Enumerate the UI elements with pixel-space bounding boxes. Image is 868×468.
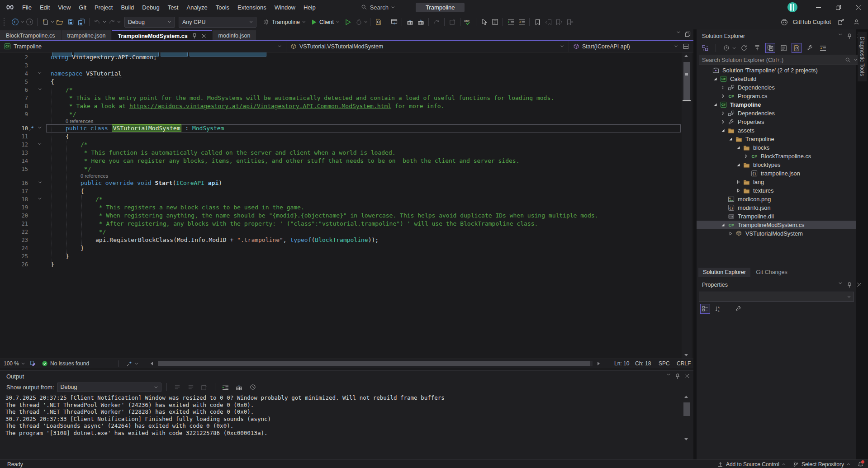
editor-horizontal-scrollbar[interactable]: [158, 361, 593, 366]
autoscroll-icon[interactable]: [234, 382, 245, 392]
indent-button[interactable]: [505, 17, 516, 28]
tree-item-assets[interactable]: assets: [697, 126, 856, 135]
menu-help[interactable]: Help: [299, 0, 320, 14]
fold-chevron-icon[interactable]: [38, 181, 42, 184]
close-button[interactable]: [848, 0, 868, 14]
code-line-5[interactable]: 5{: [0, 78, 693, 86]
hot-reload-dropdown[interactable]: [364, 21, 368, 23]
tree-item-trampolinemodsystem.cs[interactable]: C#TrampolineModSystem.cs: [697, 221, 856, 229]
expanded-arrow-icon[interactable]: [721, 128, 726, 132]
step-over-button[interactable]: [415, 17, 426, 28]
refresh-icon[interactable]: [778, 43, 788, 53]
fold-chevron-icon[interactable]: [38, 143, 42, 145]
float-window-icon[interactable]: [685, 31, 691, 37]
code-line-7[interactable]: 7 * This is the entry point for the mod.…: [0, 94, 693, 102]
tree-item-blocks[interactable]: blocks: [697, 143, 856, 152]
tree-item-trampoline[interactable]: Trampoline: [697, 135, 856, 143]
navigate-back-dropdown[interactable]: [20, 21, 24, 23]
code-line-20[interactable]: 20 * When registering anything, the name…: [0, 212, 693, 220]
spell-check-button[interactable]: abc: [463, 17, 474, 28]
expanded-arrow-icon[interactable]: [713, 77, 719, 81]
scroll-right-arrow[interactable]: [597, 361, 600, 366]
notifications-bell[interactable]: [858, 461, 863, 468]
account-avatar[interactable]: [787, 2, 797, 12]
collapsed-arrow-icon[interactable]: [729, 232, 734, 236]
tree-item-blocktrampoline.cs[interactable]: C#BlockTrampoline.cs: [697, 152, 856, 161]
editor-vertical-scrollbar[interactable]: [682, 52, 692, 359]
code-line-11[interactable]: 11{: [0, 132, 693, 141]
save-button[interactable]: [65, 17, 76, 28]
tree-item-vstutorialmodsystem[interactable]: VSTutorialModSystem: [697, 229, 856, 238]
scroll-left-arrow[interactable]: [150, 361, 153, 366]
document-tab-trampoline.json[interactable]: trampoline.json: [62, 30, 112, 41]
collapse-all-icon[interactable]: [752, 43, 762, 53]
menu-file[interactable]: File: [18, 0, 36, 14]
code-line-26[interactable]: 26}: [0, 260, 693, 269]
select-repository-button[interactable]: Select Repository: [793, 461, 850, 468]
start-without-debug-button[interactable]: [342, 17, 353, 28]
sync-namespaces-button[interactable]: [389, 17, 399, 28]
menu-test[interactable]: Test: [164, 0, 183, 14]
scrollbar-thumb[interactable]: [683, 62, 690, 101]
code-line-15[interactable]: 15 */: [0, 165, 693, 173]
minimize-button[interactable]: [808, 0, 828, 14]
properties-object-combo[interactable]: [699, 292, 854, 302]
step-into-button[interactable]: [404, 17, 415, 28]
collapsed-arrow-icon[interactable]: [744, 154, 749, 158]
window-position-dropdown[interactable]: [839, 282, 842, 288]
code-line-21[interactable]: 21 * After registering, any blocks with …: [0, 220, 693, 228]
tree-item-program.cs[interactable]: C#Program.cs: [697, 92, 856, 100]
attach-process-button[interactable]: [431, 17, 442, 28]
startup-project-dropdown[interactable]: Trampoline: [260, 17, 308, 28]
alphabetical-icon[interactable]: AZ: [713, 304, 723, 314]
menu-window[interactable]: Window: [270, 0, 299, 14]
menu-debug[interactable]: Debug: [138, 0, 163, 14]
codelens-references[interactable]: 0 references: [81, 173, 108, 179]
cancel-build-button[interactable]: [447, 17, 458, 28]
scroll-down-arrow[interactable]: [684, 438, 688, 441]
search-icon[interactable]: [845, 57, 851, 63]
tree-item-lang[interactable]: lang: [697, 178, 856, 186]
property-pages-icon[interactable]: [733, 304, 743, 314]
window-position-dropdown[interactable]: [667, 373, 670, 379]
new-project-button[interactable]: [40, 17, 51, 28]
code-line-19[interactable]: 19 * This registers a new block class to…: [0, 203, 693, 212]
output-console[interactable]: 30.7.2025 20:37:25 [Client Notification]…: [0, 394, 681, 442]
code-line-6[interactable]: 6/*: [0, 86, 693, 94]
health-indicator-icon[interactable]: [28, 358, 38, 369]
share-feedback-icon[interactable]: [835, 17, 846, 28]
expanded-arrow-icon[interactable]: [713, 103, 719, 107]
menu-extensions[interactable]: Extensions: [233, 0, 270, 14]
breadcrumb-project[interactable]: C# Trampoline: [0, 41, 286, 52]
breadcrumb-type[interactable]: VSTutorial.VSTutorialModSystem: [286, 41, 569, 52]
collapsed-arrow-icon[interactable]: [736, 189, 742, 193]
maximize-button[interactable]: [828, 0, 848, 14]
expanded-arrow-icon[interactable]: [721, 223, 726, 227]
code-line-18[interactable]: 18/*: [0, 195, 693, 203]
show-all-files-icon[interactable]: [765, 43, 775, 53]
clear-bookmarks-button[interactable]: [564, 17, 575, 28]
tree-item-blocktypes[interactable]: blocktypes: [697, 161, 856, 169]
scroll-up-arrow[interactable]: [684, 395, 688, 398]
document-well-dropdown[interactable]: [677, 31, 680, 37]
output-vertical-scrollbar[interactable]: [682, 394, 692, 442]
code-line-25[interactable]: 25}: [0, 252, 693, 260]
collapsed-arrow-icon[interactable]: [736, 180, 742, 184]
expanded-arrow-icon[interactable]: [736, 146, 742, 150]
outdent-button[interactable]: [516, 17, 527, 28]
code-line-24[interactable]: 24}: [0, 244, 693, 252]
redo-dropdown[interactable]: [117, 21, 121, 23]
tree-item-modicon.png[interactable]: modicon.png: [697, 195, 856, 203]
menu-build[interactable]: Build: [117, 0, 138, 14]
clear-all-icon[interactable]: [199, 382, 210, 392]
output-source-combo[interactable]: Debug: [57, 383, 161, 392]
code-line-14[interactable]: 14 * Here you can register any blocks, i…: [0, 157, 693, 165]
quick-actions-icon[interactable]: [28, 125, 34, 132]
codelens-references[interactable]: 0 references: [66, 118, 93, 124]
menu-view[interactable]: View: [54, 0, 75, 14]
scrollbar-thumb[interactable]: [683, 402, 690, 416]
tree-item-textures[interactable]: textures: [697, 186, 856, 195]
pin-icon[interactable]: [847, 33, 852, 39]
zoom-dropdown[interactable]: [21, 363, 25, 365]
tree-item-trampoline.json[interactable]: {}trampoline.json: [697, 169, 856, 178]
